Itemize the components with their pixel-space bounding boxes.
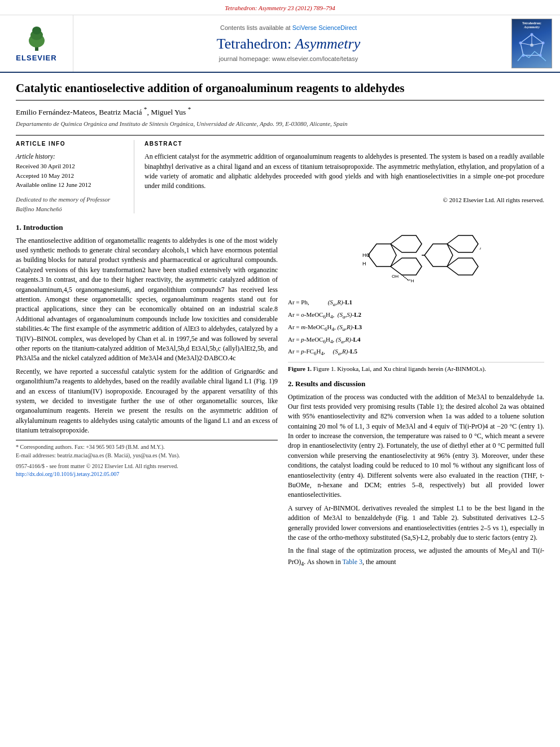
figure-1-molecule-icon: HO H Ar OH ""H — [351, 221, 481, 295]
compound-item-3: Ar = m-MeOC6H4, (Sa,R)-L3 — [288, 322, 544, 334]
body-right-column: HO H Ar OH ""H — [288, 221, 544, 572]
compound-item-2: Ar = o-MeOC6H4, (Sa,S)-L2 — [288, 309, 544, 322]
svg-marker-14 — [368, 244, 396, 267]
journal-title-text: Tetrahedron: — [217, 36, 295, 52]
elsevier-tree-icon — [20, 24, 54, 52]
compound-item-1: Ar = Ph, (Sa,R)-L1 — [288, 297, 544, 309]
article-title: Catalytic enantioselective addition of o… — [16, 81, 544, 101]
journal-citation: Tetrahedron: Asymmetry 23 (2012) 789–794 — [225, 5, 335, 11]
article-info-label: ARTICLE INFO — [16, 140, 127, 148]
doi-line[interactable]: http://dx.doi.org/10.1016/j.tetasy.2012.… — [16, 470, 278, 478]
sciverse-line: Contents lists available at SciVerse Sci… — [220, 24, 357, 32]
svg-point-3 — [32, 27, 41, 34]
svg-text:OH: OH — [392, 274, 399, 279]
figure-1-container: HO H Ar OH ""H — [288, 221, 544, 373]
journal-homepage: journal homepage: www.elsevier.com/locat… — [219, 55, 358, 63]
svg-line-12 — [520, 43, 532, 45]
svg-marker-16 — [391, 258, 422, 275]
journal-title-italic: Asymmetry — [295, 36, 361, 52]
svg-line-11 — [532, 43, 543, 45]
main-content: Catalytic enantioselective addition of o… — [0, 73, 560, 580]
svg-text:""H: ""H — [408, 278, 414, 283]
history-label: Article history: — [16, 152, 127, 161]
top-citation-bar: Tetrahedron: Asymmetry 23 (2012) 789–794 — [0, 0, 560, 15]
intro-section-title: 1. Introduction — [16, 222, 278, 233]
accepted-date: Accepted 10 May 2012 — [16, 172, 127, 180]
svg-line-26 — [402, 275, 409, 281]
footnote-star: * Corresponding authors. Fax: +34 965 90… — [16, 443, 278, 451]
abstract-label: ABSTRACT — [145, 140, 544, 148]
footnotes-section: * Corresponding authors. Fax: +34 965 90… — [16, 440, 278, 478]
elsevier-logo-area: ELSEVIER — [0, 15, 73, 72]
dedication: Dedicated to the memory of ProfessorBalf… — [16, 195, 127, 213]
results-paragraph-1: Optimization of the process was conducte… — [288, 392, 544, 500]
affiliation: Departamento de Química Orgánica and Ins… — [16, 120, 544, 128]
intro-paragraph-2: Recently, we have reported a successful … — [16, 367, 278, 436]
footnote-email: E-mail addresses: beatriz.macia@ua.es (B… — [16, 452, 278, 460]
svg-text:HO: HO — [362, 252, 370, 258]
authors-line: Emilio Fernández-Mateos, Beatriz Maciá *… — [16, 105, 544, 117]
svg-marker-20 — [447, 235, 478, 252]
svg-text:Ar: Ar — [479, 245, 481, 251]
journal-main-title: Tetrahedron: Asymmetry — [217, 35, 360, 53]
svg-text:H: H — [362, 261, 366, 267]
copyright-line: © 2012 Elsevier Ltd. All rights reserved… — [145, 196, 544, 204]
body-left-column: 1. Introduction The enantioselective add… — [16, 221, 278, 572]
journal-title-area: Contents lists available at SciVerse Sci… — [73, 15, 504, 72]
svg-marker-21 — [447, 258, 478, 275]
available-date: Available online 12 June 2012 — [16, 181, 127, 189]
compound-item-5: Ar = p-FC6H4, (Sa,R)-L5 — [288, 346, 544, 359]
cover-title-text: Tetrahedron:Asymmetry — [522, 21, 541, 29]
svg-marker-19 — [425, 244, 453, 267]
abstract-column: ABSTRACT An efficient catalyst for the a… — [145, 140, 544, 213]
journal-header: ELSEVIER Contents lists available at Sci… — [0, 15, 560, 73]
figure-1-caption: Figure 1. Figure 1. Kiyooka, Lai, and Xu… — [288, 362, 544, 373]
abstract-text: An efficient catalyst for the asymmetric… — [145, 152, 544, 191]
elsevier-wordmark: ELSEVIER — [16, 53, 56, 63]
results-paragraph-3: In the final stage of the optimization p… — [288, 546, 544, 569]
results-section-title: 2. Results and discussion — [288, 379, 544, 389]
results-paragraph-2: A survey of Ar-BINMOL derivatives reveal… — [288, 504, 544, 543]
compound-list: Ar = Ph, (Sa,R)-L1 Ar = o-MeOC6H4, (Sa,S… — [288, 297, 544, 358]
article-info-abstract: ARTICLE INFO Article history: Received 3… — [16, 135, 544, 213]
sciverse-link[interactable]: SciVerse ScienceDirect — [292, 24, 357, 31]
issn-line: 0957-4166/$ - see front matter © 2012 El… — [16, 462, 278, 470]
journal-cover-thumbnail: Tetrahedron:Asymmetry — [511, 19, 552, 68]
compound-item-4: Ar = p-MeOC6H4, (Sa,R)-L4 — [288, 334, 544, 347]
article-info-column: ARTICLE INFO Article history: Received 3… — [16, 140, 134, 213]
intro-paragraph-1: The enantioselective addition of organom… — [16, 236, 278, 364]
journal-cover-area: Tetrahedron:Asymmetry — [504, 15, 560, 72]
figure-caption-text: Figure 1. Kiyooka, Lai, and Xu chiral li… — [313, 365, 486, 372]
received-date: Received 30 April 2012 — [16, 162, 127, 171]
cover-decoration-icon — [515, 32, 549, 63]
svg-point-13 — [530, 43, 533, 47]
svg-marker-15 — [391, 235, 422, 252]
doi-link[interactable]: http://dx.doi.org/10.1016/j.tetasy.2012.… — [16, 471, 119, 477]
body-content: 1. Introduction The enantioselective add… — [16, 221, 544, 572]
